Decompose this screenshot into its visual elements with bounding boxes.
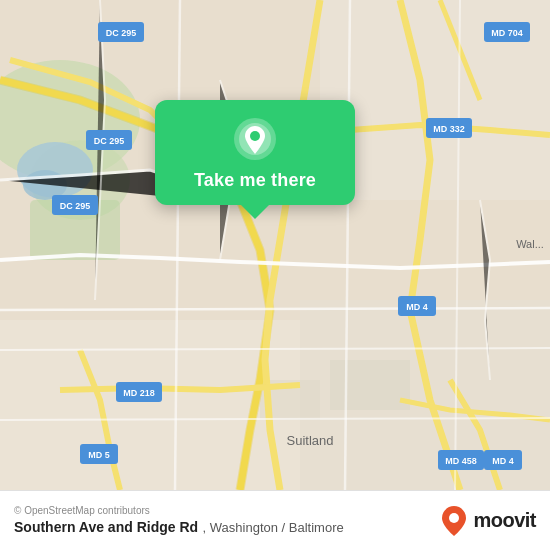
info-left: © OpenStreetMap contributors Southern Av… [14,505,441,536]
svg-text:DC 295: DC 295 [106,28,137,38]
svg-text:Suitland: Suitland [287,433,334,448]
svg-rect-9 [330,360,410,410]
location-pin-icon [234,118,276,160]
svg-text:MD 218: MD 218 [123,388,155,398]
moovit-branding: moovit [441,506,536,536]
svg-text:MD 4: MD 4 [492,456,514,466]
moovit-pin-icon [441,506,467,536]
region-text: , Washington / Baltimore [203,520,344,535]
svg-text:MD 704: MD 704 [491,28,523,38]
map-container: DC 295 DC 295 DC 295 MD 704 MD 332 MD 4 … [0,0,550,490]
info-bar: © OpenStreetMap contributors Southern Av… [0,490,550,550]
address-region: Southern Ave and Ridge Rd , Washington /… [14,518,441,536]
address-text: Southern Ave and Ridge Rd [14,519,198,535]
svg-point-36 [449,513,459,523]
svg-text:MD 5: MD 5 [88,450,110,460]
svg-text:DC 295: DC 295 [94,136,125,146]
moovit-logo: moovit [473,509,536,532]
copyright-text: © OpenStreetMap contributors [14,505,441,516]
svg-text:DC 295: DC 295 [60,201,91,211]
svg-text:MD 458: MD 458 [445,456,477,466]
svg-text:MD 332: MD 332 [433,124,465,134]
popup-label: Take me there [194,170,316,191]
svg-text:MD 4: MD 4 [406,302,428,312]
popup-card[interactable]: Take me there [155,100,355,205]
svg-point-35 [250,131,260,141]
svg-text:Wal...: Wal... [516,238,544,250]
